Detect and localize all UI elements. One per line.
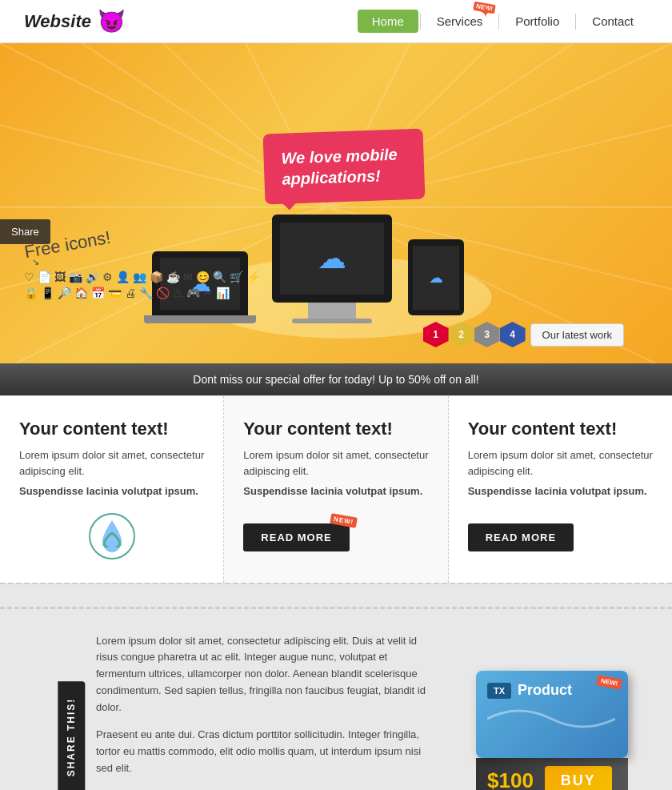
product-box: TX Product NEW! $100 BUY ➜ [464,633,640,791]
mini-icon: 🔊 [86,271,99,283]
mini-icon: ✂ [203,287,213,299]
content-col-3: Your content text! Lorem ipsum dolor sit… [449,396,672,583]
share-this-button[interactable]: SHARE THIS! [58,682,85,790]
mini-icon: 👤 [116,271,130,283]
col1-title: Your content text! [19,419,204,439]
nav-separator-3 [575,14,576,30]
offer-text: Dont miss our special offer for today! U… [193,373,478,386]
read-more-button-3[interactable]: READ MORE [468,523,574,551]
product-label: TX [487,683,511,699]
content-row: Your content text! Lorem ipsum dolor sit… [0,395,672,583]
nav: Home Services NEW! ✦ Portfolio Contact [358,10,648,33]
col3-cta: READ MORE [468,512,653,551]
product-price: $100 [487,768,534,790]
product-card: TX Product NEW! [476,671,628,758]
arrow-decoration: ↘ [32,257,260,267]
footer-para1: Lorem ipsum dolor sit amet, consectetur … [96,633,432,716]
mini-icon: 🔍 [213,271,226,283]
mini-icon: ☕ [166,271,180,283]
col3-body2: Suspendisse lacinia volutpat ipsum. [468,485,647,497]
product-card-wrapper: TX Product NEW! $100 BUY ➜ [476,671,628,790]
monitor-foot [292,319,372,323]
mini-icon: 🖨 [125,287,136,299]
icons-row-2: 🔒 📱 🔎 🏠 📅 💳 🖨 🔧 🚫 ⚠ 🎮 ✂ 📊 [24,287,260,299]
mini-icon: 📷 [69,271,82,283]
speech-bubble: We love mobile applications! [263,129,426,205]
mini-icon: 🔧 [139,287,153,299]
badge-4[interactable]: 4 [500,322,526,347]
col2-cta: READ MORE NEW! [243,512,428,551]
read-more-button-2[interactable]: READ MORE NEW! [243,523,349,551]
product-card-body [487,699,617,747]
mini-icon: 📅 [91,287,105,299]
mini-icon: 👥 [133,271,146,283]
logo-devil-icon: 😈 [98,8,126,34]
read-more-new-badge: NEW! [330,513,358,528]
mini-icon: 📄 [38,271,51,283]
nav-item-portfolio[interactable]: Portfolio [501,10,574,33]
mini-icon: 📦 [150,271,163,283]
footer-para2: Praesent eu ante dui. Cras dictum portti… [96,727,432,776]
col1-body1: Lorem ipsum dolor sit amet, consectetur … [19,447,204,479]
tablet-icon: ☁ [429,269,443,287]
col1-body2: Suspendisse lacinia volutpat ipsum. [19,485,198,497]
content-col-1: Your content text! Lorem ipsum dolor sit… [0,396,224,583]
mini-icon: ♡ [24,271,34,283]
badge-3[interactable]: 3 [474,322,500,347]
mini-icon: 🔎 [58,287,71,299]
dashed-separator [0,583,672,607]
nav-item-services[interactable]: Services NEW! ✦ [422,10,498,33]
col3-body1: Lorem ipsum dolor sit amet, consectetur … [468,447,653,479]
star-burst-icon: ✦ [480,5,490,20]
share-button[interactable]: Share [0,219,50,244]
work-badges-area: 1 2 3 4 Our latest work [423,322,624,347]
col2-title: Your content text! [243,419,428,439]
header: Website 😈 Home Services NEW! ✦ Portfolio… [0,0,672,43]
share-this-area: SHARE THIS! [32,633,64,791]
hero-banner: Share We love mobile applications! ☁ ☁ [0,43,672,363]
mini-icon: 🔒 [24,287,38,299]
nav-item-home[interactable]: Home [358,10,418,33]
mini-icon: 🖼 [54,271,66,283]
col2-body1: Lorem ipsum dolor sit amet, consectetur … [243,447,428,479]
nav-separator-2 [498,14,499,30]
tablet-device: ☁ [408,239,464,315]
mini-icon: ⚠ [173,287,183,299]
badge-2[interactable]: 2 [449,322,474,347]
footer-text-area: Lorem ipsum dolor sit amet, consectetur … [96,633,432,791]
monitor-device: ☁ [272,215,392,323]
mini-icon: 💳 [108,287,122,299]
mini-icon: 🏠 [74,287,88,299]
col3-title: Your content text! [468,419,653,439]
offer-banner: Dont miss our special offer for today! U… [0,363,672,395]
badge-1[interactable]: 1 [423,322,449,347]
free-icons-area: Free icons! ↘ ♡ 📄 🖼 📷 🔊 ⚙ 👤 👥 📦 ☕ ✉ 😊 🔍 … [24,235,260,299]
icons-row-1: ♡ 📄 🖼 📷 🔊 ⚙ 👤 👥 📦 ☕ ✉ 😊 🔍 🛒 ⚡ [24,271,260,283]
recycle-water-icon [88,512,136,560]
mini-icon: 📊 [216,287,230,299]
mini-icon: ⚙ [102,271,113,283]
mini-icon: 📱 [41,287,54,299]
tablet-body: ☁ [408,239,464,315]
mini-icon: ⚡ [246,271,260,283]
cloud-apps-icon: ☁ [318,242,346,275]
product-wave-icon [487,699,615,739]
product-price-area: $100 BUY [476,758,628,790]
logo-area: Website 😈 [24,8,126,34]
mini-icon: ✉ [183,271,193,283]
tablet-display: ☁ [413,246,459,310]
mini-icon: 🛒 [230,271,243,283]
col1-icon-area [19,512,204,560]
product-title: Product [518,682,572,699]
nav-separator [420,14,421,30]
logo-text: Website [24,11,91,32]
monitor-screen: ☁ [272,215,392,303]
mini-icon: 😊 [196,271,210,283]
content-col-2: Your content text! Lorem ipsum dolor sit… [224,396,448,583]
latest-work-button[interactable]: Our latest work [530,323,624,347]
buy-button[interactable]: BUY [545,766,612,790]
mini-icon: 🚫 [156,287,170,299]
footer-section: SHARE THIS! Lorem ipsum dolor sit amet, … [0,607,672,791]
nav-item-contact[interactable]: Contact [578,10,648,33]
mini-icon: 🎮 [186,287,200,299]
